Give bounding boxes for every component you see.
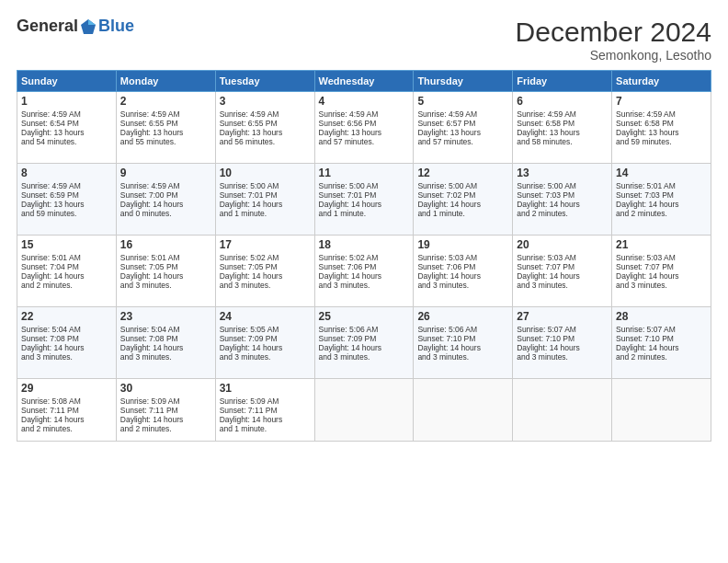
table-cell: 24Sunrise: 5:05 AMSunset: 7:09 PMDayligh… — [215, 307, 314, 379]
cell-info-line: and 58 minutes. — [517, 137, 608, 146]
day-number: 13 — [517, 167, 608, 179]
cell-info-line: Sunset: 7:03 PM — [517, 190, 608, 200]
day-number: 20 — [517, 238, 608, 251]
cell-info-line: and 2 minutes. — [517, 209, 608, 218]
cell-info-line: Daylight: 14 hours — [417, 200, 508, 209]
cell-info-line: Sunset: 7:06 PM — [417, 262, 508, 271]
cell-info-line: Daylight: 14 hours — [417, 343, 508, 352]
cell-info-line: Daylight: 13 hours — [417, 128, 508, 137]
cell-info-line: Sunrise: 5:07 AM — [616, 325, 707, 334]
cell-info-line: Sunrise: 5:09 AM — [120, 396, 211, 406]
table-cell: 29Sunrise: 5:08 AMSunset: 7:11 PMDayligh… — [17, 379, 117, 442]
cell-info-line: Daylight: 14 hours — [21, 271, 112, 281]
cell-info-line: Daylight: 13 hours — [616, 128, 707, 137]
cell-info-line: Sunset: 7:11 PM — [21, 406, 112, 415]
cell-info-line: Sunrise: 4:59 AM — [319, 109, 410, 119]
day-number: 7 — [616, 95, 707, 108]
cell-info-line: Sunrise: 5:07 AM — [517, 325, 608, 334]
cell-info-line: Sunset: 6:55 PM — [220, 119, 311, 128]
cell-info-line: Sunset: 7:03 PM — [616, 190, 707, 200]
cell-info-line: Sunrise: 5:06 AM — [417, 325, 508, 334]
cell-info-line: Sunrise: 5:08 AM — [21, 396, 112, 406]
table-cell: 21Sunrise: 5:03 AMSunset: 7:07 PMDayligh… — [612, 236, 711, 307]
table-cell: 23Sunrise: 5:04 AMSunset: 7:08 PMDayligh… — [116, 307, 215, 379]
week-row-3: 15Sunrise: 5:01 AMSunset: 7:04 PMDayligh… — [17, 236, 711, 307]
day-number: 18 — [319, 238, 410, 251]
cell-info-line: Sunset: 7:10 PM — [417, 334, 508, 343]
cell-info-line: Sunset: 6:54 PM — [21, 119, 112, 128]
cell-info-line: and 1 minute. — [319, 209, 410, 218]
cell-info-line: and 2 minutes. — [120, 424, 211, 433]
day-number: 2 — [120, 95, 211, 108]
cell-info-line: Sunrise: 4:59 AM — [120, 181, 211, 190]
day-number: 25 — [319, 310, 410, 323]
day-number: 28 — [616, 310, 707, 323]
cell-info-line: Sunset: 7:01 PM — [319, 190, 410, 200]
day-number: 15 — [21, 238, 112, 251]
logo: General Blue — [17, 17, 134, 36]
cell-info-line: Sunrise: 5:00 AM — [220, 181, 311, 190]
cell-info-line: Sunset: 7:04 PM — [21, 262, 112, 271]
cell-info-line: Daylight: 14 hours — [220, 271, 311, 281]
cell-info-line: Sunrise: 4:59 AM — [21, 181, 112, 190]
day-number: 11 — [319, 167, 410, 179]
cell-info-line: and 3 minutes. — [220, 281, 311, 290]
table-cell: 2Sunrise: 4:59 AMSunset: 6:55 PMDaylight… — [116, 92, 215, 164]
cell-info-line: and 2 minutes. — [21, 281, 112, 290]
col-sunday: Sunday — [17, 71, 117, 92]
cell-info-line: Sunset: 6:59 PM — [21, 190, 112, 200]
cell-info-line: Sunset: 7:02 PM — [417, 190, 508, 200]
cell-info-line: Sunrise: 5:03 AM — [517, 253, 608, 262]
cell-info-line: and 3 minutes. — [21, 352, 112, 362]
cell-info-line: Daylight: 14 hours — [417, 271, 508, 281]
cell-info-line: Daylight: 14 hours — [616, 271, 707, 281]
cell-info-line: Sunset: 7:07 PM — [517, 262, 608, 271]
cell-info-line: Sunset: 7:10 PM — [517, 334, 608, 343]
cell-info-line: Daylight: 14 hours — [517, 343, 608, 352]
day-number: 27 — [517, 310, 608, 323]
cell-info-line: and 57 minutes. — [319, 137, 410, 146]
cell-info-line: and 2 minutes. — [616, 352, 707, 362]
table-cell: 11Sunrise: 5:00 AMSunset: 7:01 PMDayligh… — [314, 164, 414, 236]
table-cell — [612, 379, 711, 442]
cell-info-line: Sunrise: 5:09 AM — [220, 396, 311, 406]
day-number: 12 — [417, 167, 508, 179]
cell-info-line: Sunrise: 5:00 AM — [417, 181, 508, 190]
page: General Blue December 2024 Semonkong, Le… — [0, 0, 728, 563]
calendar-header-row: Sunday Monday Tuesday Wednesday Thursday… — [17, 71, 711, 92]
cell-info-line: and 3 minutes. — [220, 352, 311, 362]
cell-info-line: Daylight: 14 hours — [21, 343, 112, 352]
cell-info-line: Daylight: 14 hours — [120, 343, 211, 352]
cell-info-line: Sunrise: 4:59 AM — [21, 109, 112, 119]
table-cell: 22Sunrise: 5:04 AMSunset: 7:08 PMDayligh… — [17, 307, 117, 379]
table-cell: 27Sunrise: 5:07 AMSunset: 7:10 PMDayligh… — [513, 307, 612, 379]
cell-info-line: Daylight: 13 hours — [517, 128, 608, 137]
cell-info-line: and 2 minutes. — [21, 424, 112, 433]
cell-info-line: Sunrise: 4:59 AM — [220, 109, 311, 119]
table-cell: 9Sunrise: 4:59 AMSunset: 7:00 PMDaylight… — [116, 164, 215, 236]
table-cell — [414, 379, 513, 442]
cell-info-line: Sunrise: 5:00 AM — [517, 181, 608, 190]
cell-info-line: Daylight: 14 hours — [220, 415, 311, 424]
cell-info-line: Daylight: 13 hours — [319, 128, 410, 137]
cell-info-line: Daylight: 14 hours — [120, 200, 211, 209]
svg-marker-1 — [88, 19, 96, 25]
table-cell: 31Sunrise: 5:09 AMSunset: 7:11 PMDayligh… — [215, 379, 314, 442]
table-cell: 4Sunrise: 4:59 AMSunset: 6:56 PMDaylight… — [314, 92, 414, 164]
header: General Blue December 2024 Semonkong, Le… — [17, 17, 711, 63]
cell-info-line: and 1 minute. — [417, 209, 508, 218]
cell-info-line: and 0 minutes. — [120, 209, 211, 218]
cell-info-line: and 59 minutes. — [616, 137, 707, 146]
cell-info-line: and 3 minutes. — [319, 281, 410, 290]
cell-info-line: Sunrise: 5:01 AM — [120, 253, 211, 262]
day-number: 30 — [120, 382, 211, 395]
cell-info-line: Daylight: 14 hours — [517, 271, 608, 281]
cell-info-line: Sunrise: 4:59 AM — [120, 109, 211, 119]
day-number: 29 — [21, 382, 112, 395]
title-block: December 2024 Semonkong, Lesotho — [516, 17, 711, 63]
table-cell: 12Sunrise: 5:00 AMSunset: 7:02 PMDayligh… — [414, 164, 513, 236]
week-row-4: 22Sunrise: 5:04 AMSunset: 7:08 PMDayligh… — [17, 307, 711, 379]
cell-info-line: Daylight: 14 hours — [319, 271, 410, 281]
cell-info-line: Daylight: 14 hours — [517, 200, 608, 209]
table-cell: 3Sunrise: 4:59 AMSunset: 6:55 PMDaylight… — [215, 92, 314, 164]
